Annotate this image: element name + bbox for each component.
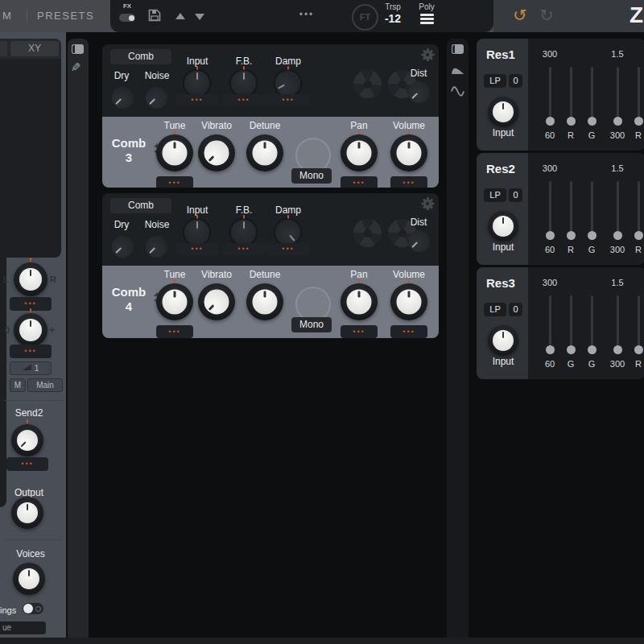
tab-xy[interactable]: XY [10,41,59,56]
input-knob[interactable] [488,325,518,356]
volume-knob[interactable] [390,283,427,320]
send2-mod-slot[interactable]: ••• [6,457,48,471]
noise-knob[interactable] [141,231,171,262]
send2-mod-tick [27,419,28,423]
input-knob[interactable] [488,97,518,127]
input-knob[interactable] [184,220,209,245]
envelope-icon[interactable] [451,64,464,75]
detune-knob[interactable] [246,134,283,171]
voices-label: Voices [0,548,61,559]
vibrato-knob[interactable] [198,134,235,171]
sine-wave-icon[interactable] [451,85,464,97]
filter-type-select[interactable]: Comb [110,198,171,213]
dry-knob[interactable] [107,231,138,262]
slider-thumb[interactable] [546,231,555,240]
tune-mod-slot[interactable]: ••• [156,325,193,338]
slider-thumb[interactable] [588,345,597,354]
slider-thumb[interactable] [634,231,643,240]
tab-partial[interactable] [0,41,7,56]
mute-button[interactable]: M [10,378,26,392]
slider-thumb[interactable] [567,117,576,126]
tune-knob[interactable] [156,134,193,171]
feedback-knob[interactable] [231,71,256,96]
voices-knob[interactable] [13,563,45,595]
volume-mod-slot[interactable]: ••• [390,176,427,188]
dry-knob[interactable] [107,82,138,113]
undo-icon[interactable]: ↺ [513,5,527,26]
mono-button[interactable]: Mono [291,317,332,332]
input-mod-slot[interactable]: ••• [175,243,219,255]
output-knob[interactable] [11,497,43,529]
pan-mod-slot[interactable]: ••• [341,325,378,338]
gear-icon[interactable] [421,197,434,210]
save-icon[interactable] [147,8,162,23]
input-knob[interactable] [184,71,209,96]
noise-knob[interactable] [141,82,171,113]
filter-type-select[interactable]: Comb [110,49,171,64]
slider-thumb[interactable] [588,117,597,126]
slider-thumb[interactable] [588,231,597,240]
vibrato-knob[interactable] [198,283,235,320]
xy-panel-header: XY [0,39,61,59]
depth-knob[interactable] [14,313,47,347]
fx-toggle[interactable] [119,14,135,22]
tune-knob[interactable] [156,283,193,320]
feedback-knob[interactable] [231,220,256,245]
mode-value-button[interactable]: 0 [509,303,522,316]
slider-thumb[interactable] [613,117,622,126]
slider-thumb[interactable] [546,117,555,126]
tab-presets[interactable]: PRESETS [37,10,94,22]
pan-knob[interactable] [14,262,47,296]
mode-value-button[interactable]: 0 [509,74,522,88]
sidebar-toggle-fill [452,44,456,54]
slider-thumb[interactable] [567,345,576,354]
sidebar-toggle-icon[interactable] [452,44,464,54]
detune-knob[interactable] [246,283,283,320]
slider-thumb[interactable] [613,345,622,354]
slider-thumb[interactable] [546,345,555,354]
more-menu-icon[interactable]: ••• [289,9,324,20]
mono-button[interactable]: Mono [291,168,332,184]
transpose-value[interactable]: -12 [377,12,409,25]
preset-next-icon[interactable] [195,14,204,20]
slider-thumb[interactable] [567,231,576,240]
slider-thumb[interactable] [634,345,643,354]
curve-select-button[interactable]: 1 [10,361,52,375]
filter-mode-button[interactable]: LP [484,188,506,202]
slider-thumb[interactable] [613,231,622,240]
damp-mod-slot[interactable]: ••• [266,94,310,106]
tune-mod-slot[interactable]: ••• [156,176,193,188]
poly-menu-icon[interactable] [420,14,434,26]
settings-toggle[interactable] [23,603,43,614]
main-out-button[interactable]: Main [27,378,63,392]
left-tab-partial[interactable]: M [2,10,11,22]
pan-knob[interactable] [341,283,378,320]
value-field-partial[interactable]: ue [0,621,46,634]
depth-mod-slot[interactable]: ••• [10,345,52,358]
send2-knob[interactable] [11,424,43,456]
sidebar-toggle-fill [72,44,76,54]
volume-mod-slot[interactable]: ••• [390,325,427,338]
input-mod-slot[interactable]: ••• [175,94,219,106]
mod-disc-icon[interactable] [353,219,382,247]
gear-icon[interactable] [421,48,434,61]
redo-icon[interactable]: ↻ [539,5,554,26]
filter-mode-button[interactable]: LP [484,74,506,88]
damp-mod-slot[interactable]: ••• [266,243,310,255]
preset-prev-icon[interactable] [175,13,185,19]
edit-pencil-icon[interactable]: ✎ [71,60,81,75]
feedback-mod-slot[interactable]: ••• [222,243,266,255]
pan-knob[interactable] [341,134,378,171]
feedback-mod-slot[interactable]: ••• [222,94,266,106]
pan-mod-slot[interactable]: ••• [341,176,378,188]
sidebar-toggle-icon[interactable] [72,44,84,54]
filter-mode-button[interactable]: LP [484,303,506,316]
logo-z[interactable]: Z [630,2,643,28]
input-knob[interactable] [488,211,518,242]
ft-badge[interactable]: FT [352,4,378,31]
mod-disc-icon[interactable] [353,70,382,98]
top-bar: M PRESETS ↺ ↻ Z FX ••• FT Trsp -12 Poly [0,0,644,32]
slider-thumb[interactable] [634,117,643,126]
mode-value-button[interactable]: 0 [509,188,522,202]
volume-knob[interactable] [390,134,427,171]
